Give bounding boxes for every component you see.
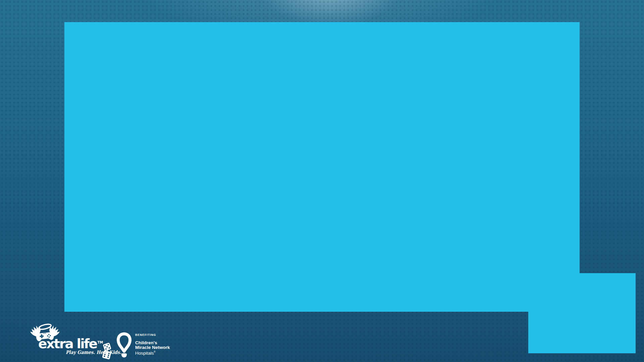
benefiting-label: BENEFITING bbox=[135, 333, 170, 337]
extra-life-wordmark: extra lifeTM bbox=[38, 336, 103, 350]
cmn-hospitals-text: Hospitals bbox=[135, 351, 154, 356]
registered-symbol: ® bbox=[154, 351, 156, 353]
accent-panel-bottom-right bbox=[528, 273, 636, 353]
cmn-hospitals-logo: BENEFITING Children's Miracle Network Ho… bbox=[117, 332, 187, 362]
cmn-org-line2: Miracle Network bbox=[135, 345, 170, 350]
cmn-org-line3: Hospitals® bbox=[135, 350, 170, 355]
extra-life-tagline: Play Games. Heal Kids. bbox=[66, 349, 121, 355]
main-content-panel bbox=[64, 22, 580, 312]
slide-canvas: { "slide": { "type": "presentation-slide… bbox=[0, 0, 644, 362]
cmn-org-line1: Children's bbox=[135, 341, 170, 345]
balloon-icon bbox=[117, 332, 131, 358]
extra-life-logo: extra lifeTM Play Games. Heal Kids. bbox=[28, 320, 116, 362]
cmn-text-block: BENEFITING Children's Miracle Network Ho… bbox=[135, 333, 170, 355]
